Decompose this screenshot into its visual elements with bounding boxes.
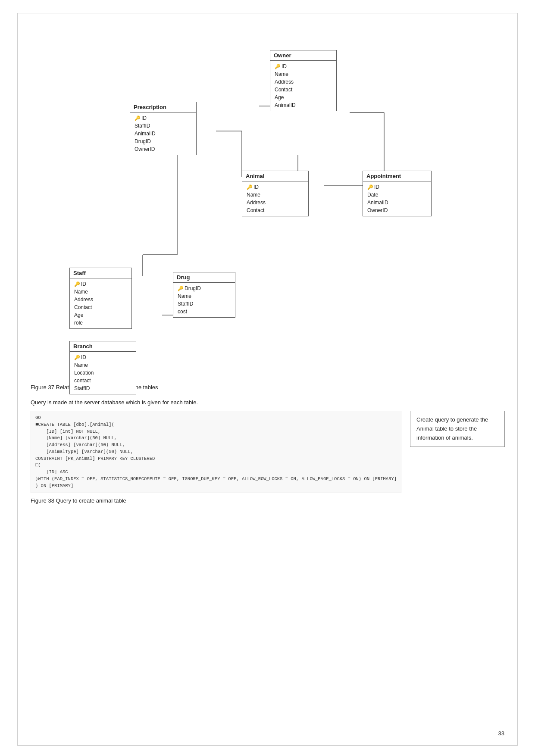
entity-appointment-title: Appointment [363,171,431,181]
entity-owner: Owner 🔑ID Name Address Contact Age Anima… [270,50,337,111]
entity-staff: Staff 🔑ID Name Address Contact Age role [69,268,132,329]
query-intro-text: Query is made at the server database whi… [31,399,504,406]
prescription-field-id: 🔑ID [130,114,196,122]
entity-drug: Drug 🔑DrugID Name StaffID cost [173,272,235,318]
appointment-field-ownerid: OwnerID [363,206,431,214]
owner-field-id: 🔑ID [270,62,336,70]
animal-field-contact: Contact [242,206,308,214]
entity-drug-title: Drug [173,272,235,283]
entity-branch: Branch 🔑ID Name Location contact StaffID [69,341,136,394]
owner-field-age: Age [270,94,336,101]
appointment-field-animalid: AnimalID [363,199,431,206]
animal-field-address: Address [242,199,308,206]
prescription-field-drugid: DrugID [130,137,196,145]
entity-animal-fields: 🔑ID Name Address Contact [242,181,308,216]
branch-field-name: Name [70,361,136,369]
branch-field-staffid: StaffID [70,384,136,392]
entity-branch-fields: 🔑ID Name Location contact StaffID [70,352,136,394]
owner-field-name: Name [270,70,336,78]
prescription-field-animalid: AnimalID [130,130,196,137]
animal-field-name: Name [242,191,308,199]
prescription-field-ownerid: OwnerID [130,145,196,153]
staff-field-contact: Contact [70,303,131,311]
figure38-caption: Figure 38 Query to create animal table [31,497,504,504]
entity-staff-fields: 🔑ID Name Address Contact Age role [70,278,131,328]
owner-field-animalid: AnimalID [270,101,336,109]
branch-field-location: Location [70,369,136,377]
appointment-field-id: 🔑ID [363,183,431,191]
appointment-field-date: Date [363,191,431,199]
branch-field-id: 🔑ID [70,353,136,361]
drug-field-name: Name [173,292,235,300]
code-block: GO ■CREATE TABLE [dbo].[Animal]( [ID] [i… [31,411,401,493]
entity-owner-title: Owner [270,50,336,61]
page-container: Owner 🔑ID Name Address Contact Age Anima… [17,13,518,746]
query-annotation: Create query to generate the Animal tabl… [410,411,505,447]
animal-field-id: 🔑ID [242,183,308,191]
drug-field-drugid: 🔑DrugID [173,284,235,292]
pk-icon-staff: 🔑 [74,281,79,287]
entity-animal-title: Animal [242,171,308,181]
pk-icon-drug: 🔑 [178,286,183,291]
entity-appointment-fields: 🔑ID Date AnimalID OwnerID [363,181,431,216]
query-section: GO ■CREATE TABLE [dbo].[Animal]( [ID] [i… [31,411,504,493]
entity-prescription-fields: 🔑ID StaffID AnimalID DrugID OwnerID [130,112,196,155]
entity-prescription-title: Prescription [130,102,196,112]
staff-field-role: role [70,319,131,327]
prescription-field-staffid: StaffID [130,122,196,130]
drug-field-cost: cost [173,308,235,316]
staff-field-address: Address [70,296,131,303]
entity-owner-fields: 🔑ID Name Address Contact Age AnimalID [270,61,336,111]
page-number: 33 [498,730,504,737]
owner-field-address: Address [270,78,336,86]
staff-field-age: Age [70,311,131,319]
branch-field-contact: contact [70,377,136,384]
pk-icon-branch: 🔑 [74,355,79,360]
drug-field-staffid: StaffID [173,300,235,308]
entity-animal: Animal 🔑ID Name Address Contact [242,171,309,216]
entity-branch-title: Branch [70,341,136,352]
entity-drug-fields: 🔑DrugID Name StaffID cost [173,283,235,317]
pk-icon-prescription: 🔑 [135,116,140,121]
pk-icon-appointment: 🔑 [367,184,372,190]
erd-area: Owner 🔑ID Name Address Contact Age Anima… [31,22,504,375]
entity-appointment: Appointment 🔑ID Date AnimalID OwnerID [363,171,432,216]
staff-field-name: Name [70,288,131,296]
staff-field-id: 🔑ID [70,280,131,288]
owner-field-contact: Contact [270,86,336,94]
entity-staff-title: Staff [70,268,131,278]
entity-prescription: Prescription 🔑ID StaffID AnimalID DrugID… [130,102,197,155]
pk-icon-animal: 🔑 [247,184,252,190]
pk-icon-owner: 🔑 [275,64,280,69]
